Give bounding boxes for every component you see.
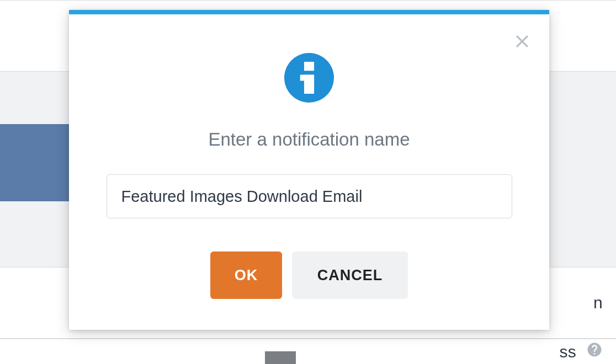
help-icon[interactable]: [586, 341, 603, 362]
modal-close-row: [69, 14, 549, 52]
background-sidebar-active-item: [0, 124, 69, 201]
modal-body: Enter a notification name OK CANCEL: [69, 52, 549, 330]
info-icon: [284, 53, 334, 103]
svg-rect-2: [304, 75, 314, 94]
cancel-button[interactable]: CANCEL: [292, 251, 408, 299]
modal-button-row: OK CANCEL: [210, 251, 408, 299]
ok-button[interactable]: OK: [210, 251, 282, 299]
close-button[interactable]: [512, 31, 533, 52]
modal-accent-bar: [69, 10, 549, 14]
modal-title: Enter a notification name: [208, 129, 410, 150]
background-row-right-text: n: [593, 293, 603, 312]
notification-name-input[interactable]: [107, 174, 512, 218]
svg-rect-0: [304, 62, 314, 71]
close-icon: [512, 31, 533, 52]
background-bottom-row: ss: [0, 339, 616, 364]
background-thumbnail: [265, 351, 296, 364]
notification-name-modal: Enter a notification name OK CANCEL: [69, 10, 549, 330]
background-bottom-text: ss: [560, 342, 576, 361]
